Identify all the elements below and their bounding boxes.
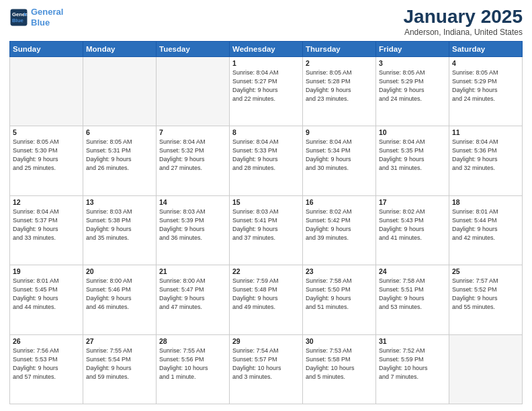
day-info: Sunrise: 8:04 AMSunset: 5:36 PMDaylight:… bbox=[452, 138, 519, 173]
day-cell: 17Sunrise: 8:02 AMSunset: 5:43 PMDayligh… bbox=[376, 195, 449, 265]
location: Anderson, Indiana, United States bbox=[404, 28, 523, 37]
day-number: 12 bbox=[13, 198, 80, 206]
day-cell: 5Sunrise: 8:05 AMSunset: 5:30 PMDaylight… bbox=[10, 126, 83, 195]
day-cell: 18Sunrise: 8:01 AMSunset: 5:44 PMDayligh… bbox=[449, 195, 523, 265]
weekday-wednesday: Wednesday bbox=[230, 41, 303, 56]
weekday-thursday: Thursday bbox=[303, 41, 376, 56]
day-cell: 25Sunrise: 7:57 AMSunset: 5:52 PMDayligh… bbox=[449, 265, 523, 334]
day-info: Sunrise: 8:04 AMSunset: 5:33 PMDaylight:… bbox=[232, 138, 300, 173]
day-number: 27 bbox=[86, 337, 153, 345]
day-info: Sunrise: 8:04 AMSunset: 5:32 PMDaylight:… bbox=[159, 138, 226, 173]
day-number: 28 bbox=[159, 337, 226, 345]
day-number: 7 bbox=[159, 128, 226, 136]
svg-text:Blue: Blue bbox=[12, 17, 24, 24]
day-number: 17 bbox=[379, 198, 446, 206]
logo-line2: Blue bbox=[31, 17, 50, 28]
day-cell: 30Sunrise: 7:53 AMSunset: 5:58 PMDayligh… bbox=[303, 334, 376, 404]
day-number: 9 bbox=[306, 128, 373, 136]
day-cell: 6Sunrise: 8:05 AMSunset: 5:31 PMDaylight… bbox=[83, 126, 157, 195]
day-cell: 9Sunrise: 8:04 AMSunset: 5:34 PMDaylight… bbox=[303, 126, 376, 195]
week-row-5: 26Sunrise: 7:56 AMSunset: 5:53 PMDayligh… bbox=[10, 334, 523, 404]
day-cell: 13Sunrise: 8:03 AMSunset: 5:38 PMDayligh… bbox=[83, 195, 157, 265]
day-cell: 23Sunrise: 7:58 AMSunset: 5:50 PMDayligh… bbox=[303, 265, 376, 334]
day-cell bbox=[10, 56, 83, 126]
day-info: Sunrise: 8:02 AMSunset: 5:42 PMDaylight:… bbox=[306, 208, 373, 242]
day-info: Sunrise: 8:05 AMSunset: 5:29 PMDaylight:… bbox=[452, 68, 519, 103]
day-info: Sunrise: 8:05 AMSunset: 5:28 PMDaylight:… bbox=[306, 68, 373, 103]
day-cell: 3Sunrise: 8:05 AMSunset: 5:29 PMDaylight… bbox=[376, 56, 449, 126]
day-cell: 21Sunrise: 8:00 AMSunset: 5:47 PMDayligh… bbox=[157, 265, 230, 334]
day-number: 30 bbox=[306, 337, 373, 345]
day-cell: 15Sunrise: 8:03 AMSunset: 5:41 PMDayligh… bbox=[230, 195, 303, 265]
day-info: Sunrise: 8:00 AMSunset: 5:46 PMDaylight:… bbox=[86, 277, 153, 312]
day-cell: 10Sunrise: 8:04 AMSunset: 5:35 PMDayligh… bbox=[376, 126, 449, 195]
day-number: 23 bbox=[306, 267, 373, 275]
day-number: 8 bbox=[232, 128, 300, 136]
day-info: Sunrise: 8:00 AMSunset: 5:47 PMDaylight:… bbox=[159, 277, 226, 312]
weekday-sunday: Sunday bbox=[10, 41, 83, 56]
day-cell: 29Sunrise: 7:54 AMSunset: 5:57 PMDayligh… bbox=[230, 334, 303, 404]
logo-icon: General Blue bbox=[9, 8, 28, 27]
calendar: SundayMondayTuesdayWednesdayThursdayFrid… bbox=[9, 41, 523, 404]
day-number: 6 bbox=[86, 128, 153, 136]
weekday-header-row: SundayMondayTuesdayWednesdayThursdayFrid… bbox=[10, 41, 523, 56]
week-row-3: 12Sunrise: 8:04 AMSunset: 5:37 PMDayligh… bbox=[10, 195, 523, 265]
day-info: Sunrise: 8:03 AMSunset: 5:39 PMDaylight:… bbox=[159, 208, 226, 242]
week-row-1: 1Sunrise: 8:04 AMSunset: 5:27 PMDaylight… bbox=[10, 56, 523, 126]
day-cell: 20Sunrise: 8:00 AMSunset: 5:46 PMDayligh… bbox=[83, 265, 157, 334]
day-info: Sunrise: 8:04 AMSunset: 5:35 PMDaylight:… bbox=[379, 138, 446, 173]
day-number: 22 bbox=[232, 267, 300, 275]
day-cell: 11Sunrise: 8:04 AMSunset: 5:36 PMDayligh… bbox=[449, 126, 523, 195]
day-number: 19 bbox=[13, 267, 80, 275]
day-cell bbox=[449, 334, 523, 404]
day-cell: 26Sunrise: 7:56 AMSunset: 5:53 PMDayligh… bbox=[10, 334, 83, 404]
day-number: 4 bbox=[452, 59, 519, 67]
day-number: 1 bbox=[232, 59, 300, 67]
day-number: 13 bbox=[86, 198, 153, 206]
day-number: 3 bbox=[379, 59, 446, 67]
day-info: Sunrise: 8:05 AMSunset: 5:31 PMDaylight:… bbox=[86, 138, 153, 173]
header: General Blue General Blue January 2025 A… bbox=[9, 7, 523, 37]
day-cell: 12Sunrise: 8:04 AMSunset: 5:37 PMDayligh… bbox=[10, 195, 83, 265]
day-info: Sunrise: 7:55 AMSunset: 5:54 PMDaylight:… bbox=[86, 347, 153, 381]
day-info: Sunrise: 8:03 AMSunset: 5:38 PMDaylight:… bbox=[86, 208, 153, 242]
month-title: January 2025 bbox=[404, 7, 523, 28]
day-cell: 16Sunrise: 8:02 AMSunset: 5:42 PMDayligh… bbox=[303, 195, 376, 265]
day-cell: 31Sunrise: 7:52 AMSunset: 5:59 PMDayligh… bbox=[376, 334, 449, 404]
day-cell: 2Sunrise: 8:05 AMSunset: 5:28 PMDaylight… bbox=[303, 56, 376, 126]
day-cell: 19Sunrise: 8:01 AMSunset: 5:45 PMDayligh… bbox=[10, 265, 83, 334]
day-cell: 22Sunrise: 7:59 AMSunset: 5:48 PMDayligh… bbox=[230, 265, 303, 334]
day-info: Sunrise: 7:56 AMSunset: 5:53 PMDaylight:… bbox=[13, 347, 80, 381]
day-info: Sunrise: 8:04 AMSunset: 5:37 PMDaylight:… bbox=[13, 208, 80, 242]
day-number: 31 bbox=[379, 337, 446, 345]
day-info: Sunrise: 8:04 AMSunset: 5:27 PMDaylight:… bbox=[232, 68, 300, 103]
day-info: Sunrise: 7:54 AMSunset: 5:57 PMDaylight:… bbox=[232, 347, 300, 381]
day-cell: 7Sunrise: 8:04 AMSunset: 5:32 PMDaylight… bbox=[157, 126, 230, 195]
day-number: 25 bbox=[452, 267, 519, 275]
day-info: Sunrise: 7:57 AMSunset: 5:52 PMDaylight:… bbox=[452, 277, 519, 312]
logo: General Blue General Blue bbox=[9, 7, 63, 28]
day-number: 16 bbox=[306, 198, 373, 206]
day-number: 11 bbox=[452, 128, 519, 136]
day-cell bbox=[83, 56, 157, 126]
day-info: Sunrise: 8:05 AMSunset: 5:30 PMDaylight:… bbox=[13, 138, 80, 173]
day-number: 10 bbox=[379, 128, 446, 136]
day-info: Sunrise: 7:58 AMSunset: 5:50 PMDaylight:… bbox=[306, 277, 373, 312]
weekday-saturday: Saturday bbox=[449, 41, 523, 56]
day-number: 2 bbox=[306, 59, 373, 67]
day-info: Sunrise: 8:02 AMSunset: 5:43 PMDaylight:… bbox=[379, 208, 446, 242]
day-info: Sunrise: 7:55 AMSunset: 5:56 PMDaylight:… bbox=[159, 347, 226, 381]
day-info: Sunrise: 7:58 AMSunset: 5:51 PMDaylight:… bbox=[379, 277, 446, 312]
day-number: 24 bbox=[379, 267, 446, 275]
weekday-friday: Friday bbox=[376, 41, 449, 56]
week-row-2: 5Sunrise: 8:05 AMSunset: 5:30 PMDaylight… bbox=[10, 126, 523, 195]
day-info: Sunrise: 7:53 AMSunset: 5:58 PMDaylight:… bbox=[306, 347, 373, 381]
day-info: Sunrise: 7:52 AMSunset: 5:59 PMDaylight:… bbox=[379, 347, 446, 381]
day-info: Sunrise: 8:01 AMSunset: 5:45 PMDaylight:… bbox=[13, 277, 80, 312]
day-cell: 27Sunrise: 7:55 AMSunset: 5:54 PMDayligh… bbox=[83, 334, 157, 404]
day-number: 18 bbox=[452, 198, 519, 206]
day-info: Sunrise: 8:03 AMSunset: 5:41 PMDaylight:… bbox=[232, 208, 300, 242]
day-info: Sunrise: 8:05 AMSunset: 5:29 PMDaylight:… bbox=[379, 68, 446, 103]
title-block: January 2025 Anderson, Indiana, United S… bbox=[404, 7, 523, 37]
weekday-tuesday: Tuesday bbox=[157, 41, 230, 56]
